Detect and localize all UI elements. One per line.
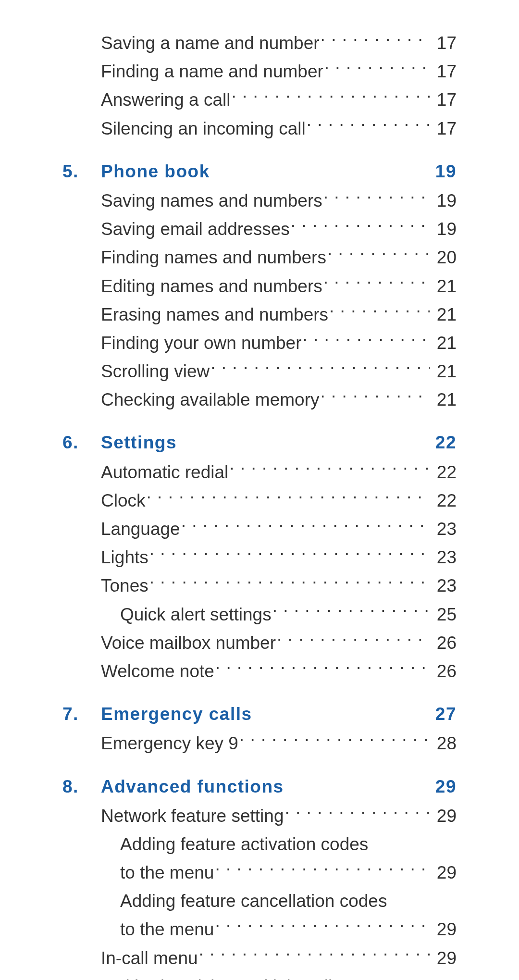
toc-section-heading: 8. Advanced functions 29 bbox=[62, 772, 457, 801]
page: Saving a name and number 17 Finding a na… bbox=[0, 0, 519, 980]
toc-subentry: Adding feature cancellation codes bbox=[82, 887, 457, 915]
toc-entry: In-call menu29 bbox=[62, 944, 457, 972]
entry-title: Emergency key 9 bbox=[101, 729, 238, 757]
toc-section-heading: 5. Phone book 19 bbox=[62, 157, 457, 186]
toc-section-heading: 6. Settings 22 bbox=[62, 428, 457, 457]
entry-page: 23 bbox=[432, 571, 457, 600]
entry-page: 21 bbox=[432, 385, 457, 414]
entry-title: Checking available memory bbox=[101, 385, 319, 414]
entry-page: 21 bbox=[432, 272, 457, 300]
toc-entry: Clock22 bbox=[62, 486, 457, 515]
dot-leader bbox=[215, 918, 430, 935]
toc-subentry-continuation: to the menu29 bbox=[82, 858, 457, 887]
entry-page: 21 bbox=[432, 329, 457, 357]
dot-leader bbox=[321, 31, 430, 49]
entry-title: Lights bbox=[101, 543, 148, 571]
toc-entry: Erasing names and numbers21 bbox=[62, 300, 457, 329]
entry-title: Saving names and numbers bbox=[101, 186, 322, 215]
entry-title: Welcome note bbox=[101, 657, 214, 685]
toc-entry: Language23 bbox=[62, 515, 457, 543]
dot-leader bbox=[291, 217, 430, 235]
toc-section-heading: 7. Emergency calls 27 bbox=[62, 700, 457, 728]
entry-page: 22 bbox=[432, 486, 457, 515]
entry-title: to the menu bbox=[120, 915, 214, 943]
toc-entry: Answering a call 17 bbox=[62, 86, 457, 114]
toc-entry: Voice mailbox number26 bbox=[62, 629, 457, 657]
toc-entry: Silencing an incoming call 17 bbox=[62, 114, 457, 143]
entry-title: Automatic redial bbox=[101, 458, 228, 486]
entry-page: 23 bbox=[432, 515, 457, 543]
entry-title: Silencing an incoming call bbox=[101, 114, 306, 143]
entry-page: 21 bbox=[432, 300, 457, 329]
entry-title: Network feature setting bbox=[101, 802, 284, 830]
toc-entry: Saving names and numbers19 bbox=[62, 186, 457, 215]
toc-subentry: Quick alert settings25 bbox=[82, 600, 457, 629]
dot-leader bbox=[277, 631, 430, 649]
section-page: 19 bbox=[432, 157, 457, 186]
dot-leader bbox=[147, 489, 430, 507]
entry-title: Adding feature cancellation codes bbox=[120, 887, 387, 915]
entry-page: 20 bbox=[432, 243, 457, 272]
entry-title: to the menu bbox=[120, 858, 214, 887]
entry-page: 26 bbox=[432, 657, 457, 685]
entry-title: Language bbox=[101, 515, 180, 543]
section-number: 7. bbox=[62, 700, 101, 728]
dot-leader bbox=[324, 60, 430, 77]
dot-leader bbox=[215, 659, 430, 677]
entry-page: 17 bbox=[432, 29, 457, 57]
entry-page: 29 bbox=[432, 858, 457, 887]
dot-leader bbox=[284, 804, 430, 822]
entry-title: In-call menu bbox=[101, 944, 198, 972]
section-title: Settings bbox=[101, 428, 177, 457]
entry-title: Finding names and numbers bbox=[101, 243, 326, 272]
section-page: 29 bbox=[432, 772, 457, 801]
toc-entry: Finding a name and number 17 bbox=[62, 57, 457, 86]
section-title: Emergency calls bbox=[101, 700, 252, 728]
dot-leader bbox=[323, 274, 430, 292]
entry-title: Saving email addresses bbox=[101, 215, 290, 243]
entry-title: Editing names and numbers bbox=[101, 272, 322, 300]
entry-page: 26 bbox=[432, 629, 457, 657]
entry-page: 17 bbox=[432, 114, 457, 143]
entry-page: 17 bbox=[432, 86, 457, 114]
entry-page: 19 bbox=[432, 186, 457, 215]
dot-leader bbox=[323, 189, 430, 207]
entry-title: Finding a name and number bbox=[101, 57, 323, 86]
entry-page: 21 bbox=[432, 357, 457, 385]
dot-leader bbox=[320, 388, 430, 406]
toc-subentry: Adding feature activation codes bbox=[82, 830, 457, 858]
toc-entry: Emergency key 928 bbox=[62, 729, 457, 757]
toc-entry: Network feature setting29 bbox=[62, 802, 457, 830]
page-number: ii bbox=[0, 978, 519, 980]
entry-title: Tones bbox=[101, 571, 148, 600]
toc-entry: Automatic redial22 bbox=[62, 458, 457, 486]
section-number: 8. bbox=[62, 772, 101, 801]
entry-page: 29 bbox=[432, 915, 457, 943]
dot-leader bbox=[307, 117, 430, 135]
dot-leader bbox=[215, 861, 430, 879]
section-title: Advanced functions bbox=[101, 772, 284, 801]
dot-leader bbox=[272, 603, 430, 620]
toc-entry: Finding names and numbers20 bbox=[62, 243, 457, 272]
toc-subentry-continuation: to the menu29 bbox=[82, 915, 457, 943]
entry-page: 22 bbox=[432, 458, 457, 486]
toc-entry: Lights23 bbox=[62, 543, 457, 571]
entry-page: 28 bbox=[432, 729, 457, 757]
section-number: 6. bbox=[62, 428, 101, 457]
entry-title: Voice mailbox number bbox=[101, 629, 276, 657]
entry-title: Scrolling view bbox=[101, 357, 210, 385]
toc-entry: Finding your own number21 bbox=[62, 329, 457, 357]
toc-entry: Editing names and numbers21 bbox=[62, 272, 457, 300]
entry-title: Erasing names and numbers bbox=[101, 300, 328, 329]
dot-leader bbox=[327, 246, 430, 263]
toc-entry: Saving a name and number 17 bbox=[62, 29, 457, 57]
dot-leader bbox=[231, 88, 430, 106]
entry-page: 25 bbox=[432, 600, 457, 629]
dot-leader bbox=[149, 546, 430, 563]
dot-leader bbox=[199, 946, 430, 964]
entry-page: 29 bbox=[432, 944, 457, 972]
section-number: 5. bbox=[62, 157, 101, 186]
entry-title: Finding your own number bbox=[101, 329, 302, 357]
entry-page: 19 bbox=[432, 215, 457, 243]
entry-page: 29 bbox=[432, 802, 457, 830]
